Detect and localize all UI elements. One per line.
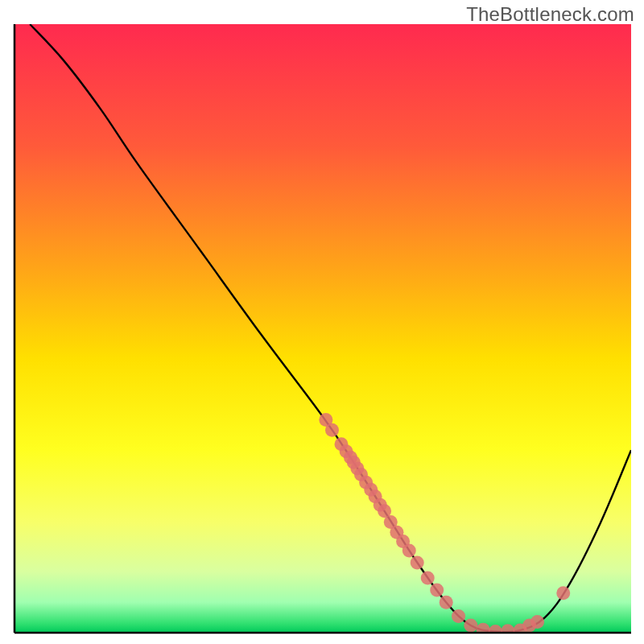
data-point [421, 571, 435, 584]
data-point [440, 596, 453, 609]
data-point [501, 624, 514, 638]
data-point [411, 556, 424, 570]
data-point [489, 625, 502, 638]
chart-container: TheBottleneck.com [0, 0, 644, 644]
watermark-text: TheBottleneck.com [466, 3, 634, 26]
data-point [464, 618, 477, 632]
chart-svg [0, 0, 644, 644]
data-point [477, 623, 490, 637]
data-point [556, 586, 570, 600]
data-point [452, 609, 465, 623]
data-point [402, 543, 416, 557]
gradient-background [14, 24, 631, 633]
data-point [430, 584, 444, 597]
data-point [325, 423, 339, 437]
data-point [530, 615, 544, 629]
